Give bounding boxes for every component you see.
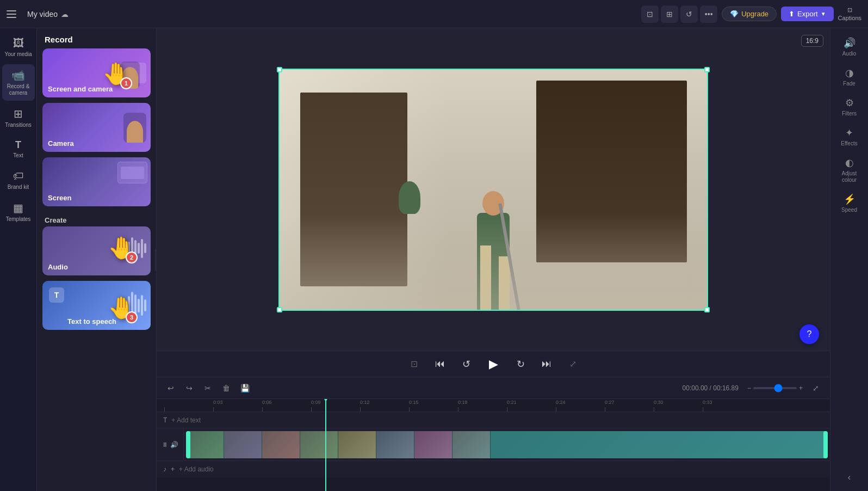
export-button[interactable]: ⬆ Export ▼ — [781, 7, 833, 21]
audio-track: ♪ + + Add audio — [157, 461, 830, 477]
delete-button[interactable]: 🗑 — [219, 380, 234, 396]
video-title-text: My video — [27, 10, 58, 19]
ruler-tick-10 — [654, 407, 654, 412]
tts-card[interactable]: T Text to speech — [42, 281, 151, 330]
right-panel-item-effects[interactable]: ✦ Effects — [833, 122, 866, 151]
filters-rp-icon: ⚙ — [845, 97, 854, 109]
sidebar-item-label-your-media: Your media — [4, 51, 32, 58]
sidebar-item-record[interactable]: 📹 Record & camera — [2, 64, 35, 101]
clip-thumb-6 — [376, 431, 414, 458]
hamburger-menu-icon[interactable] — [7, 7, 22, 22]
ruler-mark-8: 0:24 — [556, 399, 605, 412]
screen-card[interactable]: Screen — [42, 157, 151, 206]
zoom-out-icon: − — [747, 384, 751, 392]
play-pause-button[interactable]: ▶ — [483, 354, 503, 374]
sidebar-item-your-media[interactable]: 🖼 Your media — [2, 33, 35, 62]
undo-button[interactable]: ↩ — [163, 380, 178, 396]
sidebar-item-label-templates: Templates — [6, 216, 31, 223]
avatar-face — [122, 67, 138, 89]
right-panel-item-adjust-colour[interactable]: ◐ Adjust colour — [833, 152, 866, 188]
center-column: 16:9 ⊡ ⏮ ↺ ▶ ↻ ⏭ ⤢ ? ↩ ↪ — [157, 28, 830, 491]
your-media-icon: 🖼 — [13, 37, 24, 50]
resize-icon-btn[interactable]: ⊞ — [661, 5, 678, 23]
export-chevron-icon: ▼ — [821, 11, 826, 17]
sidebar-item-label-record: Record & camera — [4, 83, 33, 96]
text-track-icon: T — [163, 416, 167, 424]
right-panel-item-filters[interactable]: ⚙ Filters — [833, 93, 866, 121]
audio-rp-icon: 🔊 — [844, 37, 855, 49]
templates-icon: ▦ — [13, 201, 23, 214]
top-bar: My video ☁ ⊡ ⊞ ↺ ••• 💎 Upgrade ⬆ Export … — [0, 0, 868, 28]
tts-t-icon: T — [49, 287, 64, 303]
export-arrow-icon: ⬆ — [789, 10, 795, 18]
ruler-tick-2 — [262, 407, 263, 412]
right-panel-item-fade[interactable]: ◑ Fade — [833, 63, 866, 91]
rewind-button[interactable]: ↺ — [457, 355, 475, 373]
zoom-slider-input[interactable] — [753, 387, 797, 389]
top-bar-left: My video ☁ — [7, 7, 69, 22]
ruler-tick-6 — [458, 407, 458, 412]
video-track-pause-button[interactable]: ⏸ — [162, 441, 168, 449]
current-time-text: 00:00.00 / 00:16.89 — [683, 384, 739, 392]
ruler-mark-9: 0:27 — [605, 399, 654, 412]
screen-decoration-shape — [117, 162, 147, 183]
wave-bar-5 — [138, 243, 140, 254]
video-track-controls: ⏸ 🔊 — [157, 428, 184, 461]
forward-button[interactable]: ↻ — [512, 355, 529, 373]
save-button[interactable]: 💾 — [237, 380, 252, 396]
sidebar-item-templates[interactable]: ▦ Templates — [2, 197, 35, 227]
ruler-label-8: 0:24 — [556, 400, 566, 405]
speed-rp-label: Speed — [841, 207, 857, 213]
ruler-mark-7: 0:21 — [507, 399, 556, 412]
sidebar-item-brand-kit[interactable]: 🏷 Brand kit — [2, 165, 35, 195]
subtitle-toggle-button[interactable]: ⊡ — [405, 355, 423, 373]
redo-button[interactable]: ↪ — [182, 380, 197, 396]
tts-wave-bar-1 — [125, 300, 127, 311]
record-panel-header: Record — [37, 28, 156, 48]
main-content: 🖼 Your media 📹 Record & camera ⊞ Transit… — [0, 28, 868, 491]
ruler-marks-container: 0:03 0:06 0:09 — [162, 399, 752, 412]
camera-card[interactable]: Camera — [42, 103, 151, 152]
screen-label: Screen — [48, 194, 71, 202]
help-button[interactable]: ? — [799, 324, 819, 344]
camera-label: Camera — [48, 139, 74, 148]
skip-to-end-button[interactable]: ⏭ — [538, 355, 555, 373]
video-track-mute-button[interactable]: 🔊 — [170, 441, 178, 449]
export-label: Export — [797, 10, 818, 18]
captions-label: Captions — [838, 15, 861, 21]
cut-button[interactable]: ✂ — [200, 380, 215, 396]
sidebar-item-text[interactable]: T Text — [2, 135, 35, 163]
clip-handle-left[interactable] — [186, 431, 190, 458]
right-panel-collapse-button[interactable]: ‹ — [844, 468, 855, 487]
right-panel-item-speed[interactable]: ⚡ Speed — [833, 189, 866, 218]
camera-decoration — [123, 107, 146, 148]
wave-bar-6 — [141, 239, 143, 258]
ruler-label-9: 0:27 — [605, 400, 615, 405]
video-clip[interactable] — [186, 431, 828, 458]
fullscreen-button[interactable]: ⤢ — [564, 355, 581, 373]
screen-and-camera-card[interactable]: Screen and camera — [42, 48, 151, 97]
wave-bar-3 — [131, 237, 133, 259]
sidebar-item-label-transitions: Transitions — [5, 122, 32, 128]
upgrade-button[interactable]: 💎 Upgrade — [722, 7, 777, 21]
skip-to-start-button[interactable]: ⏮ — [431, 355, 449, 373]
captions-button[interactable]: ⊡ Captions — [838, 7, 861, 21]
audio-label: Audio — [48, 263, 68, 271]
timeline-expand-button[interactable]: ⤢ — [808, 380, 823, 396]
clip-thumb-3 — [262, 431, 300, 458]
wave-bar-7 — [144, 243, 146, 253]
crop-icon-btn[interactable]: ⊡ — [641, 5, 659, 23]
text-icon: T — [15, 139, 21, 151]
tts-label: Text to speech — [48, 317, 116, 326]
clip-handle-right[interactable] — [823, 431, 828, 458]
add-text-label[interactable]: + Add text — [171, 416, 201, 424]
add-audio-label[interactable]: + Add audio — [179, 465, 214, 473]
video-canvas: 16:9 — [157, 28, 830, 351]
captions-icon: ⊡ — [847, 7, 852, 14]
audio-track-icon: ♪ — [163, 465, 166, 473]
sidebar-item-transitions[interactable]: ⊞ Transitions — [2, 103, 35, 133]
more-options-btn[interactable]: ••• — [700, 5, 717, 23]
right-panel-item-audio[interactable]: 🔊 Audio — [833, 33, 866, 62]
rotate-icon-btn[interactable]: ↺ — [680, 5, 698, 23]
audio-card[interactable]: Audio — [42, 226, 151, 275]
